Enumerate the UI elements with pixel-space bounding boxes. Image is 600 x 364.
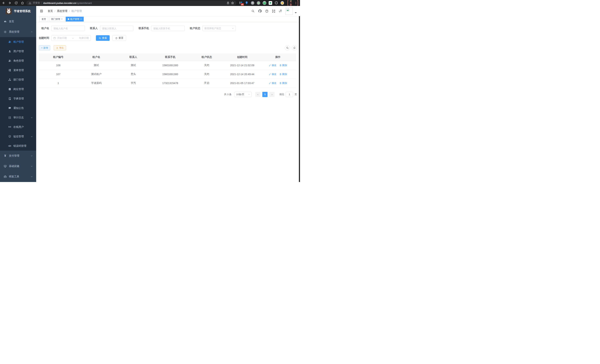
toolbox-icon [4, 175, 7, 178]
next-page-button[interactable]: › [269, 92, 275, 97]
sidebar-item-notice[interactable]: 通知公告 [0, 103, 36, 113]
table-row: 1 芋道源码 芋艿 17321315478 开启 2021-01-05 17:0… [39, 79, 296, 88]
users-icon [8, 59, 11, 62]
page-size-select[interactable]: 10条/页 [234, 92, 252, 97]
tab-tenant-management[interactable]: 租户管理× [66, 17, 84, 21]
col-status: 租户状态 [189, 53, 225, 61]
sidebar-fold-icon[interactable] [40, 9, 43, 13]
breadcrumb-current: 租户管理 [71, 9, 82, 13]
edit-link[interactable]: 修改 [269, 82, 276, 85]
sidebar-item-tenant-management[interactable]: 租户管理 [0, 37, 36, 47]
url-host[interactable]: dashboard.yudao.iocoder.cn [43, 2, 76, 4]
sidebar-item-dev-tools[interactable]: 研发工具 [0, 171, 36, 182]
download-icon [56, 47, 58, 49]
active-dot [68, 18, 69, 20]
col-phone: 联系手机 [152, 53, 189, 61]
edit-link[interactable]: 修改 [269, 64, 276, 67]
ext-tabs-icon[interactable]: 10 [239, 1, 243, 5]
sidebar: 芋道管理系统 首页 系统管理 租户管理 用户管理 角色管理 [0, 6, 36, 182]
url-path[interactable]: /system/tenant [76, 2, 92, 4]
total-count: 共 3 条 [224, 93, 232, 96]
star-icon[interactable] [231, 1, 234, 5]
table-header-row: 租户编号 租户名 联系人 联系手机 租户状态 创建时间 操作 [39, 53, 296, 61]
tenant-name-input[interactable] [51, 26, 85, 31]
gear-icon [4, 30, 7, 33]
sidebar-item-dept-management[interactable]: 部门管理 [0, 75, 36, 84]
search-button[interactable]: 搜索 [96, 35, 110, 41]
fullscreen-icon[interactable] [272, 9, 275, 13]
delete-link[interactable]: 删除 [279, 73, 287, 76]
col-tenant-name: 租户名 [78, 53, 115, 61]
goto-page-input[interactable] [286, 92, 293, 97]
sidebar-item-menu-management[interactable]: 菜单管理 [0, 65, 36, 75]
sidebar-item-sms-management[interactable]: 短信管理 [0, 132, 36, 141]
create-time-label: 创建时间 [39, 36, 49, 40]
app-logo-row[interactable]: 芋道管理系统 [0, 6, 36, 16]
add-button[interactable]: + 新增 [39, 45, 50, 50]
contact-label: 联系人 [90, 27, 98, 30]
page-1-button[interactable]: 1 [262, 92, 268, 97]
github-icon[interactable] [258, 9, 262, 13]
chevron-up-icon [31, 31, 33, 33]
ext-drop-icon[interactable] [245, 1, 248, 5]
ext-chat-icon[interactable] [269, 1, 272, 5]
chevron-down-icon [31, 155, 33, 157]
reset-button[interactable]: 重置 [112, 35, 126, 41]
ext-y-icon[interactable]: Y [263, 1, 266, 5]
share-icon[interactable] [226, 1, 229, 4]
sidebar-item-error-code-management[interactable]: </> 错误码管理 [0, 141, 36, 151]
show-search-button[interactable] [285, 45, 290, 50]
sidebar-item-infrastructure[interactable]: 基础设施 [0, 161, 36, 171]
puzzle-icon[interactable] [275, 1, 278, 5]
ext-badge: 10 [241, 3, 244, 6]
chevron-down-icon [31, 165, 33, 167]
tab-dept-management[interactable]: 部门管理× [49, 17, 65, 21]
close-icon[interactable]: × [80, 18, 82, 20]
avatar[interactable] [285, 7, 293, 15]
font-size-icon[interactable]: TT [279, 9, 282, 13]
ext-command-icon[interactable]: ⌘ [251, 1, 254, 5]
sidebar-item-post-management[interactable]: 岗位管理 [0, 84, 36, 94]
delete-link[interactable]: 删除 [279, 64, 287, 67]
caret-down-icon[interactable] [295, 12, 297, 13]
edit-link[interactable]: 修改 [269, 73, 276, 76]
phone-input[interactable] [151, 26, 185, 31]
export-button[interactable]: 导出 [54, 45, 66, 50]
online-icon [8, 126, 11, 128]
kebab-menu-icon[interactable] [296, 2, 296, 4]
sidebar-item-home[interactable]: 首页 [0, 16, 36, 27]
search-icon[interactable] [251, 9, 254, 13]
forward-icon[interactable] [8, 1, 11, 5]
security-label[interactable]: 不安全 [33, 1, 40, 5]
reload-icon[interactable] [14, 1, 18, 5]
sidebar-item-audit-log[interactable]: 审计日志 [0, 113, 36, 122]
sidebar-item-online-users[interactable]: 在线用户 [0, 122, 36, 132]
status-select[interactable]: 请选择租户状态 [202, 26, 236, 31]
home-icon[interactable] [21, 1, 24, 5]
refresh-table-button[interactable] [292, 45, 297, 50]
delete-link[interactable]: 删除 [279, 82, 287, 85]
help-icon[interactable] [265, 9, 268, 13]
date-range-picker[interactable]: 开始日期 - 结束日期 [51, 35, 91, 41]
sidebar-item-pay-management[interactable]: ¥ 支付管理 [0, 151, 36, 161]
breadcrumb-system[interactable]: 系统管理 [57, 9, 67, 13]
breadcrumb-home[interactable]: 首页 [48, 9, 53, 13]
prev-page-button[interactable]: ‹ [255, 92, 261, 97]
sidebar-item-dict-management[interactable]: 字典管理 [0, 94, 36, 103]
address-bar[interactable]: 不安全 dashboard.yudao.iocoder.cn/system/te… [26, 0, 236, 5]
scrollbar[interactable] [299, 6, 300, 182]
sidebar-item-user-management[interactable]: 用户管理 [0, 47, 36, 56]
contact-input[interactable] [100, 26, 133, 31]
edit-log-icon [8, 116, 11, 119]
sidebar-item-system-management[interactable]: 系统管理 [0, 27, 36, 37]
back-icon[interactable] [2, 1, 5, 5]
close-icon[interactable]: × [61, 18, 63, 20]
sidebar-item-role-management[interactable]: 角色管理 [0, 56, 36, 65]
pagination: 共 3 条 10条/页 ‹ 1 › 前往 页 [39, 92, 297, 97]
tab-home[interactable]: 首页 [39, 17, 48, 21]
ext-emoji-avatar[interactable] [281, 1, 284, 5]
ext-dot-icon[interactable] [257, 1, 260, 5]
page-unit-label: 页 [295, 93, 297, 96]
start-date-placeholder[interactable]: 开始日期 [57, 36, 67, 40]
end-date-placeholder[interactable]: 结束日期 [79, 36, 89, 40]
